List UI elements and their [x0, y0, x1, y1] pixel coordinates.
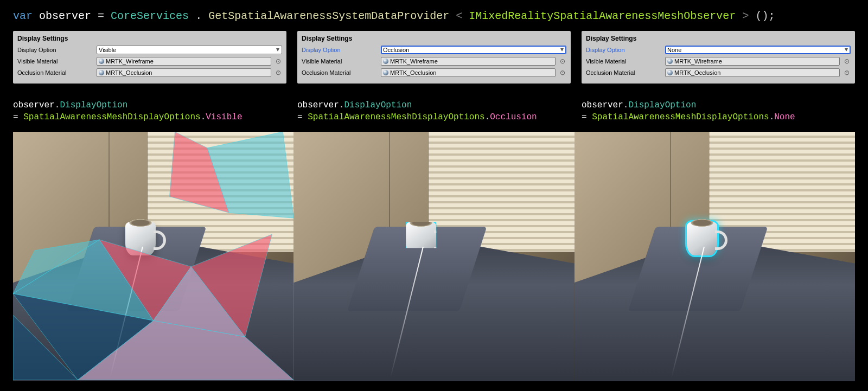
enum-name: SpatialAwarenessMeshDisplayOptions	[23, 112, 200, 122]
visible-material-label: Visible Material	[586, 57, 662, 66]
object-picker-icon[interactable]: ⊙	[275, 68, 282, 77]
display-settings-panel: Display Settings Display Option Visible …	[13, 31, 286, 84]
occlusion-material-label: Occlusion Material	[17, 69, 93, 77]
op-equals: =	[297, 112, 308, 122]
identifier: observer	[582, 100, 623, 110]
display-option-value: Occlusion	[383, 46, 409, 54]
material-icon	[667, 70, 673, 75]
occlusion-material-field[interactable]: MRTK_Occlusion	[665, 68, 840, 77]
op-equals: =	[582, 112, 592, 122]
coffee-cup	[125, 222, 156, 255]
display-option-value: None	[667, 46, 681, 54]
display-option-label: Display Option	[586, 46, 662, 54]
op-equals: =	[13, 112, 23, 122]
panel-title: Display Settings	[586, 34, 851, 43]
preview-visible	[13, 132, 293, 381]
occlusion-material-value: MRTK_Occlusion	[390, 69, 436, 76]
dot: .	[769, 112, 775, 122]
visible-material-value: MRTK_Wireframe	[390, 57, 438, 65]
panel-title: Display Settings	[17, 34, 282, 43]
display-option-select[interactable]: None	[665, 46, 851, 54]
visible-material-field[interactable]: MRTK_Wireframe	[381, 57, 556, 66]
interface-name: IMixedRealitySpatialAwarenessMeshObserve…	[469, 10, 736, 22]
display-option-value: Visible	[99, 46, 116, 54]
display-option-select[interactable]: Occlusion	[381, 46, 566, 54]
coffee-cup	[687, 222, 717, 255]
dot: .	[339, 100, 344, 110]
property: DisplayOption	[60, 100, 127, 110]
visible-material-value: MRTK_Wireframe	[106, 57, 154, 65]
angle-open: <	[456, 10, 462, 22]
occlusion-material-field[interactable]: MRTK_Occlusion	[97, 68, 271, 77]
occlusion-material-label: Occlusion Material	[586, 69, 662, 77]
property: DisplayOption	[344, 100, 412, 110]
material-icon	[99, 70, 104, 75]
dot: .	[623, 100, 629, 110]
display-option-label: Display Option	[302, 46, 378, 54]
enum-value: None	[774, 112, 795, 122]
dot: .	[485, 112, 490, 122]
code-line-occlusion: observer.DisplayOption = SpatialAwarenes…	[297, 84, 571, 127]
display-option-label: Display Option	[17, 46, 93, 54]
occlusion-material-value: MRTK_Occlusion	[674, 69, 720, 76]
material-icon	[667, 59, 673, 64]
visible-material-label: Visible Material	[17, 57, 93, 66]
material-icon	[99, 59, 104, 64]
visible-material-value: MRTK_Wireframe	[674, 57, 722, 65]
dot: .	[55, 100, 60, 110]
visible-material-field[interactable]: MRTK_Wireframe	[665, 57, 840, 66]
method-getprovider: GetSpatialAwarenessSystemDataProvider	[208, 10, 449, 22]
property: DisplayOption	[628, 100, 696, 110]
display-option-select[interactable]: Visible	[97, 46, 282, 54]
enum-name: SpatialAwarenessMeshDisplayOptions	[308, 112, 484, 122]
column-visible: Display Settings Display Option Visible …	[13, 31, 286, 127]
enum-value: Visible	[206, 112, 242, 122]
occlusion-material-field[interactable]: MRTK_Occlusion	[381, 68, 556, 77]
op-equals: =	[98, 10, 111, 22]
material-icon	[383, 59, 388, 64]
code-line-none: observer.DisplayOption = SpatialAwarenes…	[582, 84, 855, 127]
display-settings-panel: Display Settings Display Option Occlusio…	[297, 31, 571, 84]
object-picker-icon[interactable]: ⊙	[275, 57, 282, 66]
parens-semi: ();	[755, 10, 775, 22]
preview-none	[575, 132, 855, 381]
keyword-var: var	[13, 10, 33, 22]
angle-close: >	[742, 10, 749, 22]
identifier: observer	[13, 100, 55, 110]
object-picker-icon[interactable]: ⊙	[559, 57, 566, 66]
object-picker-icon[interactable]: ⊙	[559, 68, 566, 77]
visible-material-label: Visible Material	[302, 57, 378, 66]
occlusion-material-label: Occlusion Material	[302, 69, 378, 77]
class-coreservices: CoreServices	[111, 10, 189, 22]
column-none: Display Settings Display Option None Vis…	[582, 31, 855, 127]
identifier-observer: observer	[39, 10, 91, 22]
preview-occlusion	[293, 132, 574, 381]
occlusion-material-value: MRTK_Occlusion	[106, 69, 152, 76]
identifier: observer	[297, 100, 339, 110]
object-picker-icon[interactable]: ⊙	[843, 68, 851, 77]
display-settings-panel: Display Settings Display Option None Vis…	[582, 31, 855, 84]
enum-name: SpatialAwarenessMeshDisplayOptions	[592, 112, 769, 122]
material-icon	[383, 70, 388, 75]
column-occlusion: Display Settings Display Option Occlusio…	[297, 31, 571, 127]
panel-title: Display Settings	[302, 34, 566, 43]
enum-value: Occlusion	[490, 112, 537, 122]
code-line-visible: observer.DisplayOption = SpatialAwarenes…	[13, 84, 286, 127]
object-picker-icon[interactable]: ⊙	[843, 57, 851, 66]
dot: .	[201, 112, 206, 122]
visible-material-field[interactable]: MRTK_Wireframe	[97, 57, 271, 66]
top-code-line: var observer = CoreServices . GetSpatial…	[0, 0, 868, 28]
dot: .	[195, 10, 202, 22]
